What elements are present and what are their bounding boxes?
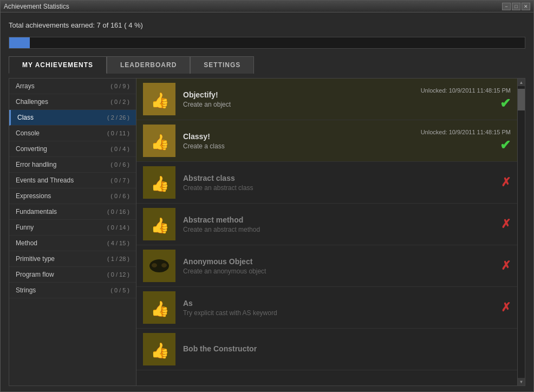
svg-text:👍: 👍 bbox=[151, 300, 170, 318]
sidebar-item-expressions[interactable]: Expressions ( 0 / 6 ) bbox=[9, 188, 136, 204]
achievement-icon-objectify: 👍 bbox=[143, 83, 175, 115]
achievement-name-abstract-method: Abstract method bbox=[183, 215, 384, 224]
achievement-name-objectify: Objectify! bbox=[183, 90, 384, 99]
achievements-list[interactable]: 👍 Objectify! Create an object Unlocked: … bbox=[136, 79, 517, 386]
achievement-abstract-class: 👍 Abstract class Create an abstract clas… bbox=[136, 162, 517, 204]
sidebar-item-class[interactable]: Class ( 2 / 26 ) bbox=[9, 110, 136, 126]
sidebar-item-error-handling[interactable]: Error handling ( 0 / 6 ) bbox=[9, 157, 136, 173]
scroll-thumb[interactable] bbox=[518, 89, 525, 110]
progress-bar-fill bbox=[9, 37, 30, 48]
scrollbar[interactable]: ▲ ▼ bbox=[517, 79, 525, 386]
window-title: Achievement Statistics bbox=[4, 3, 69, 10]
svg-point-6 bbox=[161, 263, 167, 267]
sidebar-item-converting[interactable]: Converting ( 0 / 4 ) bbox=[9, 141, 136, 157]
main-window: Achievement Statistics − □ ✕ Total achie… bbox=[0, 0, 534, 392]
achievement-name-abstract-class: Abstract class bbox=[183, 174, 384, 182]
achievement-classy: 👍 Classy! Create a class Unlocked: 10/9/… bbox=[136, 120, 517, 162]
achievement-icon-as: 👍 bbox=[143, 291, 175, 324]
achievement-status-as: ✗ bbox=[392, 300, 511, 315]
tab-leaderboard[interactable]: LEADERBOARD bbox=[107, 56, 190, 74]
tab-my-achievements[interactable]: MY ACHIEVEMENTS bbox=[9, 56, 107, 74]
achievement-desc-abstract-method: Create an abstract method bbox=[183, 226, 384, 233]
tabs: MY ACHIEVEMENTS LEADERBOARD SETTINGS bbox=[9, 56, 525, 74]
achievement-abstract-method: 👍 Abstract method Create an abstract met… bbox=[136, 204, 517, 245]
svg-text:👍: 👍 bbox=[151, 92, 170, 109]
title-bar: Achievement Statistics − □ ✕ bbox=[1, 1, 533, 12]
achievement-status-classy: Unlocked: 10/9/2011 11:48:15 PM ✔ bbox=[392, 129, 511, 153]
cross-icon-anonymous-object: ✗ bbox=[501, 259, 511, 273]
achievement-desc-classy: Create a class bbox=[183, 142, 384, 150]
sidebar: Arrays ( 0 / 9 ) Challenges ( 0 / 2 ) Cl… bbox=[9, 79, 136, 386]
svg-text:👍: 👍 bbox=[151, 217, 170, 234]
achievement-info-as: As Try explicit cast with AS keyword bbox=[183, 299, 384, 317]
svg-text:👍: 👍 bbox=[151, 133, 170, 151]
close-button[interactable]: ✕ bbox=[522, 3, 530, 10]
scroll-down-button[interactable]: ▼ bbox=[518, 378, 525, 386]
achievement-icon-anonymous-object bbox=[143, 250, 175, 282]
achievement-name-classy: Classy! bbox=[183, 132, 384, 141]
sidebar-item-program-flow[interactable]: Program flow ( 0 / 12 ) bbox=[9, 267, 136, 283]
progress-bar-container bbox=[9, 37, 525, 49]
achievement-objectify: 👍 Objectify! Create an object Unlocked: … bbox=[136, 79, 517, 120]
window-controls: − □ ✕ bbox=[502, 3, 530, 10]
unlock-date-objectify: Unlocked: 10/9/2011 11:48:15 PM bbox=[421, 87, 511, 94]
achievement-info-bob-constructor: Bob the Constructor bbox=[183, 344, 511, 355]
achievement-info-abstract-class: Abstract class Create an abstract class bbox=[183, 174, 384, 192]
sidebar-item-console[interactable]: Console ( 0 / 11 ) bbox=[9, 126, 136, 141]
achievement-icon-abstract-method: 👍 bbox=[143, 208, 175, 240]
unlock-date-classy: Unlocked: 10/9/2011 11:48:15 PM bbox=[421, 129, 511, 135]
sidebar-item-method[interactable]: Method ( 4 / 15 ) bbox=[9, 236, 136, 251]
stats-row: Total achievements earned: 7 of 161 ( 4 … bbox=[9, 18, 525, 32]
achievement-info-anonymous-object: Anonymous Object Create an anonymous obj… bbox=[183, 257, 384, 275]
scroll-up-button[interactable]: ▲ bbox=[518, 79, 525, 86]
minimize-button[interactable]: − bbox=[502, 3, 511, 10]
tab-settings[interactable]: SETTINGS bbox=[190, 56, 254, 74]
main-panel: Arrays ( 0 / 9 ) Challenges ( 0 / 2 ) Cl… bbox=[9, 78, 525, 386]
content-area: Total achievements earned: 7 of 161 ( 4 … bbox=[1, 12, 533, 391]
svg-text:👍: 👍 bbox=[151, 342, 170, 360]
achievement-status-anonymous-object: ✗ bbox=[392, 259, 511, 273]
sidebar-item-events-threads[interactable]: Events and Threads ( 0 / 7 ) bbox=[9, 173, 136, 188]
achievement-icon-bob-constructor: 👍 bbox=[143, 333, 175, 365]
achievement-icon-classy: 👍 bbox=[143, 125, 175, 157]
stats-text: Total achievements earned: 7 of 161 ( 4 … bbox=[9, 21, 143, 29]
achievement-info-abstract-method: Abstract method Create an abstract metho… bbox=[183, 215, 384, 233]
achievement-name-anonymous-object: Anonymous Object bbox=[183, 257, 384, 266]
sidebar-item-fundamentals[interactable]: Fundamentals ( 0 / 16 ) bbox=[9, 204, 136, 220]
achievement-desc-objectify: Create an object bbox=[183, 101, 384, 108]
achievement-bob-constructor: 👍 Bob the Constructor bbox=[136, 329, 517, 370]
achievement-desc-abstract-class: Create an abstract class bbox=[183, 184, 384, 192]
achievement-anonymous-object: Anonymous Object Create an anonymous obj… bbox=[136, 245, 517, 287]
sidebar-item-strings[interactable]: Strings ( 0 / 5 ) bbox=[9, 283, 136, 298]
achievement-status-objectify: Unlocked: 10/9/2011 11:48:15 PM ✔ bbox=[392, 87, 511, 111]
cross-icon-as: ✗ bbox=[501, 300, 511, 315]
achievement-info-objectify: Objectify! Create an object bbox=[183, 90, 384, 108]
svg-point-5 bbox=[152, 263, 157, 267]
svg-text:👍: 👍 bbox=[151, 175, 170, 193]
sidebar-item-primitive-type[interactable]: Primitive type ( 1 / 28 ) bbox=[9, 251, 136, 267]
check-icon-classy: ✔ bbox=[500, 138, 511, 153]
scroll-track bbox=[518, 86, 525, 378]
check-icon-objectify: ✔ bbox=[500, 96, 511, 111]
achievement-name-as: As bbox=[183, 299, 384, 308]
sidebar-item-funny[interactable]: Funny ( 0 / 14 ) bbox=[9, 220, 136, 236]
achievement-status-abstract-class: ✗ bbox=[392, 175, 511, 190]
achievement-info-classy: Classy! Create a class bbox=[183, 132, 384, 150]
achievement-name-bob-constructor: Bob the Constructor bbox=[183, 344, 511, 353]
sidebar-item-challenges[interactable]: Challenges ( 0 / 2 ) bbox=[9, 94, 136, 110]
cross-icon-abstract-class: ✗ bbox=[501, 175, 511, 190]
achievement-status-abstract-method: ✗ bbox=[392, 217, 511, 231]
maximize-button[interactable]: □ bbox=[512, 3, 520, 10]
achievement-desc-as: Try explicit cast with AS keyword bbox=[183, 309, 384, 317]
achievement-as: 👍 As Try explicit cast with AS keyword ✗ bbox=[136, 287, 517, 329]
achievement-desc-anonymous-object: Create an anonymous object bbox=[183, 267, 384, 275]
achievement-icon-abstract-class: 👍 bbox=[143, 166, 175, 199]
cross-icon-abstract-method: ✗ bbox=[501, 217, 511, 231]
sidebar-item-arrays[interactable]: Arrays ( 0 / 9 ) bbox=[9, 79, 136, 94]
